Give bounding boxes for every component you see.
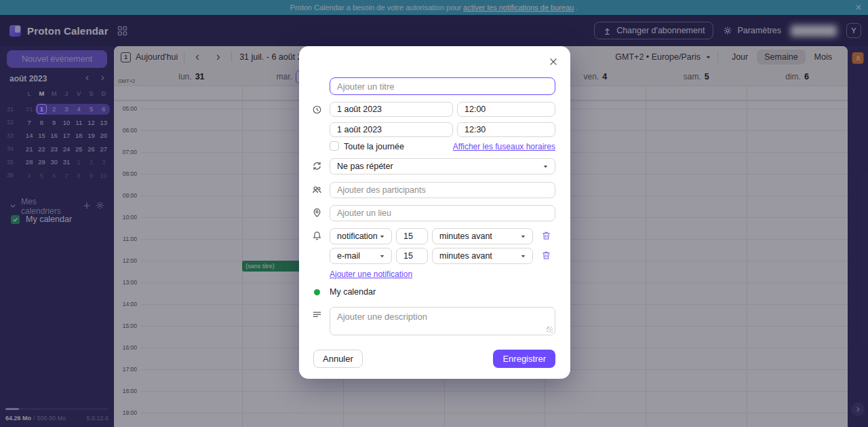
notification-unit-select[interactable]: minutes avant (432, 248, 533, 264)
description-textarea[interactable]: Ajouter une description (330, 307, 555, 335)
modal-close-icon[interactable] (549, 57, 558, 67)
end-date-input[interactable]: 1 août 2023 (330, 122, 453, 137)
notification-value-input[interactable]: 15 (396, 248, 428, 264)
chevron-down-icon (379, 234, 385, 240)
location-input[interactable]: Ajouter un lieu (330, 205, 555, 221)
repeat-icon (312, 161, 322, 171)
participants-input[interactable]: Ajouter des participants (330, 182, 555, 198)
cancel-button[interactable]: Annuler (313, 350, 363, 368)
start-time-input[interactable]: 12:00 (457, 102, 555, 117)
delete-notification-trash-icon[interactable] (541, 250, 551, 261)
chevron-down-icon (520, 253, 526, 259)
bell-icon (312, 231, 322, 241)
delete-notification-trash-icon[interactable] (541, 230, 551, 241)
clock-icon (312, 105, 322, 115)
chevron-down-icon (379, 253, 385, 259)
notification-unit-select[interactable]: minutes avant (432, 228, 533, 244)
end-time-input[interactable]: 12:30 (457, 122, 555, 137)
proton-calendar-app: Proton Calendar a besoin de votre autori… (0, 0, 868, 427)
all-day-checkbox[interactable] (330, 141, 339, 151)
add-notification-link[interactable]: Ajouter une notification (330, 270, 412, 279)
chevron-down-icon (542, 164, 549, 170)
participants-icon (312, 185, 322, 195)
event-title-input[interactable]: Ajouter un titre (330, 77, 555, 95)
notification-type-select[interactable]: e-mail (330, 248, 392, 264)
save-button[interactable]: Enregistrer (493, 350, 555, 368)
description-icon (312, 310, 322, 320)
modal-calendar-name[interactable]: My calendar (330, 287, 376, 297)
show-timezones-link[interactable]: Afficher les fuseaux horaires (453, 142, 555, 151)
notification-type-select[interactable]: notification (330, 228, 392, 244)
calendar-color-dot (314, 289, 320, 295)
all-day-label: Toute la journée (344, 142, 404, 151)
chevron-down-icon (520, 234, 526, 240)
start-date-input[interactable]: 1 août 2023 (330, 102, 453, 117)
location-pin-icon (312, 208, 322, 218)
repeat-select[interactable]: Ne pas répéter (330, 158, 555, 174)
create-event-modal: Ajouter un titre 1 août 2023 12:00 1 aoû… (299, 46, 570, 379)
notification-value-input[interactable]: 15 (396, 228, 428, 244)
